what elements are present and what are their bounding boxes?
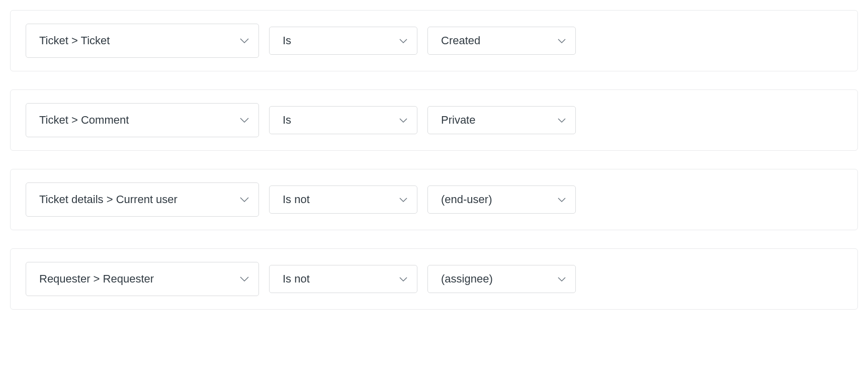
field-select[interactable]: Ticket > Ticket — [26, 24, 259, 58]
operator-select[interactable]: Is not — [269, 185, 417, 214]
condition-inner: Ticket > Comment Is Private — [26, 103, 842, 137]
condition-inner: Ticket > Ticket Is Created — [26, 24, 842, 58]
operator-select-label: Is — [283, 114, 291, 127]
chevron-down-icon — [557, 197, 566, 203]
operator-select[interactable]: Is — [269, 27, 417, 55]
chevron-down-icon — [557, 276, 566, 282]
operator-select-label: Is — [283, 34, 291, 47]
field-select-label: Ticket > Ticket — [39, 34, 110, 47]
chevron-down-icon — [557, 118, 566, 123]
chevron-down-icon — [399, 118, 408, 123]
chevron-down-icon — [239, 38, 249, 44]
condition-inner: Requester > Requester Is not (assignee) — [26, 262, 842, 296]
chevron-down-icon — [399, 197, 408, 203]
condition-row: Ticket > Comment Is Private — [10, 89, 858, 151]
value-select[interactable]: Private — [427, 106, 576, 134]
value-select-label: (end-user) — [441, 193, 492, 206]
value-select-label: Created — [441, 34, 480, 47]
condition-row: Ticket > Ticket Is Created — [10, 10, 858, 71]
chevron-down-icon — [399, 38, 408, 44]
value-select[interactable]: (end-user) — [427, 185, 576, 214]
value-select-label: Private — [441, 114, 475, 127]
chevron-down-icon — [239, 197, 249, 203]
value-select[interactable]: (assignee) — [427, 265, 576, 293]
chevron-down-icon — [239, 117, 249, 123]
chevron-down-icon — [239, 276, 249, 282]
operator-select[interactable]: Is not — [269, 265, 417, 293]
field-select[interactable]: Ticket > Comment — [26, 103, 259, 137]
value-select-label: (assignee) — [441, 272, 493, 286]
operator-select-label: Is not — [283, 272, 310, 286]
field-select[interactable]: Ticket details > Current user — [26, 182, 259, 217]
operator-select-label: Is not — [283, 193, 310, 206]
value-select[interactable]: Created — [427, 27, 576, 55]
chevron-down-icon — [399, 276, 408, 282]
condition-inner: Ticket details > Current user Is not (en… — [26, 182, 842, 217]
condition-row: Ticket details > Current user Is not (en… — [10, 169, 858, 230]
field-select-label: Ticket details > Current user — [39, 193, 178, 206]
conditions-container: Ticket > Ticket Is Created Tic — [10, 10, 858, 310]
field-select[interactable]: Requester > Requester — [26, 262, 259, 296]
operator-select[interactable]: Is — [269, 106, 417, 134]
field-select-label: Requester > Requester — [39, 272, 154, 286]
condition-row: Requester > Requester Is not (assignee) — [10, 248, 858, 310]
chevron-down-icon — [557, 38, 566, 44]
field-select-label: Ticket > Comment — [39, 114, 129, 127]
